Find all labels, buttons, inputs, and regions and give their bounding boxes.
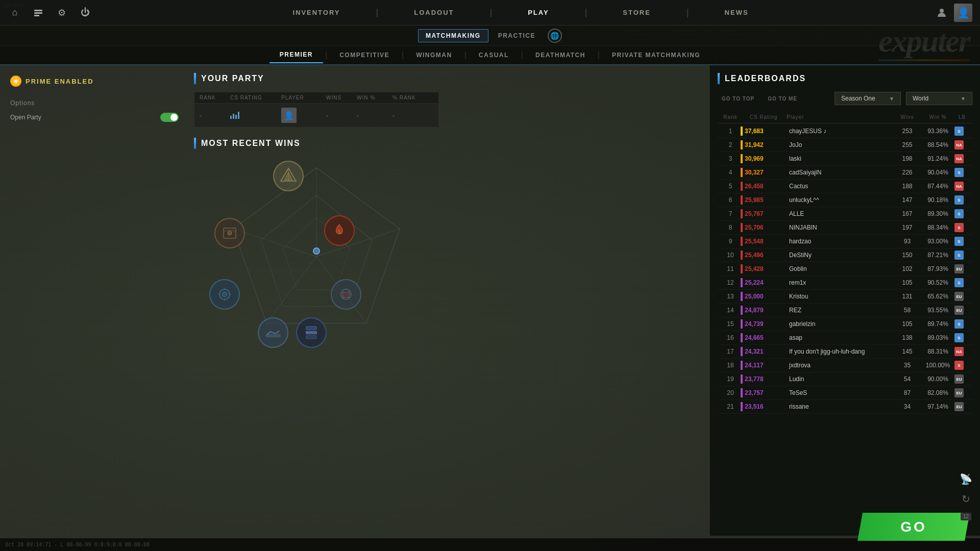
nav-news[interactable]: NEWS [720, 6, 754, 19]
tab-competitive[interactable]: COMPETITIVE [329, 47, 400, 63]
map-badge-unknown[interactable] [331, 279, 361, 310]
open-party-label: Open Party [10, 114, 41, 121]
lb-wins-cell: 198 [893, 155, 921, 162]
lb-winpct-cell: 91.24% [921, 155, 954, 162]
season-dropdown[interactable]: Season One ▼ [835, 92, 901, 105]
lb-wins-cell: 58 [893, 307, 921, 314]
lb-row: 1 37,683 chayJESUS ♪25393.36%S [718, 124, 972, 138]
lb-rating-text: 24,879 [745, 307, 764, 314]
lb-rank-cell: 18 [720, 362, 741, 369]
lb-wins-cell: 102 [893, 265, 921, 272]
svg-marker-4 [233, 168, 400, 323]
lb-rating-bar [741, 278, 743, 287]
lb-winpct-cell: 93.36% [921, 128, 954, 135]
lb-rank-cell: 5 [720, 183, 741, 190]
subnav-matchmaking[interactable]: MATCHMAKING [418, 29, 488, 42]
go-label: GO [900, 519, 927, 535]
lb-rating-bar [741, 223, 743, 232]
lb-rating-text: 23,516 [745, 403, 764, 410]
lb-row: 2 31,942 JoJo25588.54%NA [718, 138, 972, 152]
lb-winpct-cell: 97.14% [921, 403, 954, 410]
party-data-row: - 👤 - - - [194, 104, 438, 127]
lb-wins-cell: 105 [893, 320, 921, 328]
tab-private-matchmaking[interactable]: PRIVATE MATCHMAKING [602, 47, 710, 63]
lb-rank-cell: 16 [720, 334, 741, 341]
party-col-csrating: CS Rating [230, 95, 281, 101]
lb-badge-cell: EU [954, 388, 964, 397]
go-button[interactable]: GO [857, 513, 970, 541]
lb-player-cell: Cactus [787, 183, 893, 190]
lb-table-header: Rank CS Rating Player Wins Win % LB [718, 111, 972, 123]
leaderboard-accent [718, 73, 720, 84]
lb-rating-bar [741, 209, 743, 218]
go-to-top-btn[interactable]: GO TO TOP [718, 94, 758, 103]
open-party-toggle[interactable] [160, 113, 179, 122]
go-to-me-btn[interactable]: GO TO ME [764, 94, 801, 103]
svg-rect-25 [306, 336, 316, 339]
nav-icons-left: ⌂ ⚙ ⏻ [0, 6, 112, 20]
party-header-row: Rank CS Rating Player Wins Win % % Rank [194, 92, 438, 104]
lb-player-cell: rissane [787, 403, 893, 410]
lb-wins-cell: 138 [893, 334, 921, 341]
tab-deathmatch[interactable]: DEATHMATCH [525, 47, 596, 63]
map-badge-ancient[interactable] [214, 218, 245, 248]
map-badge-inferno[interactable] [324, 215, 355, 246]
lb-wins-cell: 145 [893, 348, 921, 355]
lb-rating-cell: 25,548 [741, 237, 787, 246]
season-dropdown-arrow: ▼ [889, 96, 894, 102]
lb-wins-cell: 54 [893, 375, 921, 383]
lb-rating-bar [741, 127, 743, 136]
lb-rating-cell: 24,321 [741, 347, 787, 356]
lb-winpct-cell: 89.30% [921, 210, 954, 217]
inventory-icon[interactable] [31, 6, 45, 20]
map-badge-vertigo[interactable]: VERTIGO [296, 317, 327, 348]
lb-rating-cell: 26,458 [741, 182, 787, 191]
party-wins: - [326, 112, 357, 118]
ancient-badge-circle [214, 218, 245, 248]
region-dropdown[interactable]: World ▼ [906, 92, 972, 105]
lb-rank-cell: 9 [720, 238, 741, 245]
power-icon[interactable]: ⏻ [78, 6, 92, 20]
lb-row: 12 25,224 rem1x10590.52%S [718, 276, 972, 290]
map-badge-mirage[interactable] [273, 161, 304, 191]
lb-rank-cell: 13 [720, 293, 741, 300]
avatar[interactable]: 👤 [954, 4, 972, 22]
lb-rating-bar [741, 182, 743, 191]
nav-inventory[interactable]: INVENTORY [287, 6, 345, 19]
nav-sep-2: | [489, 7, 492, 18]
map-badge-overpass[interactable] [258, 317, 288, 348]
signal-icon[interactable]: 📡 [960, 473, 972, 485]
lb-row: 9 25,548 hardzao9393.00%S [718, 235, 972, 248]
home-icon[interactable]: ⌂ [8, 6, 22, 20]
lb-rating-cell: 37,683 [741, 127, 787, 136]
tab-casual[interactable]: CASUAL [469, 47, 519, 63]
tab-premier[interactable]: PREMIER [270, 47, 323, 63]
bar-3 [235, 115, 237, 119]
lb-winpct-cell: 87.44% [921, 183, 954, 190]
settings-icon[interactable]: ⚙ [55, 6, 69, 20]
lb-rating-text: 25,000 [745, 293, 764, 300]
lb-badge-cell: S [954, 209, 964, 218]
globe-icon[interactable]: 🌐 [548, 29, 562, 43]
lb-badge-cell: S [954, 237, 964, 246]
lb-rating-text: 37,683 [745, 128, 764, 135]
lb-badge-cell: EU [954, 374, 964, 384]
lb-wins-cell: 167 [893, 210, 921, 217]
refresh-icon[interactable]: ↻ [962, 493, 970, 505]
lb-winpct-cell: 82.08% [921, 389, 954, 396]
user-icon[interactable] [935, 6, 949, 20]
lb-winpct-cell: 90.04% [921, 169, 954, 176]
lb-badge-cell: NA [954, 140, 964, 149]
lb-rank-cell: 21 [720, 403, 741, 410]
nav-store[interactable]: STORE [618, 6, 656, 19]
subnav-practice[interactable]: PRACTICE [491, 30, 543, 42]
tab-wingman[interactable]: WINGMAN [406, 47, 462, 63]
top-nav-bar: ⌂ ⚙ ⏻ INVENTORY | LOADOUT | PLAY | STORE… [0, 0, 980, 26]
nav-loadout[interactable]: LOADOUT [409, 6, 459, 19]
nav-sep-1: | [376, 7, 379, 18]
map-badge-nuke[interactable] [209, 279, 240, 310]
nav-play[interactable]: PLAY [523, 6, 554, 19]
center-panel: YOUR PARTY Rank CS Rating Player Wins Wi… [186, 65, 447, 536]
player-avatar: 👤 [281, 108, 297, 123]
wins-container: VERTIGO [194, 157, 439, 345]
